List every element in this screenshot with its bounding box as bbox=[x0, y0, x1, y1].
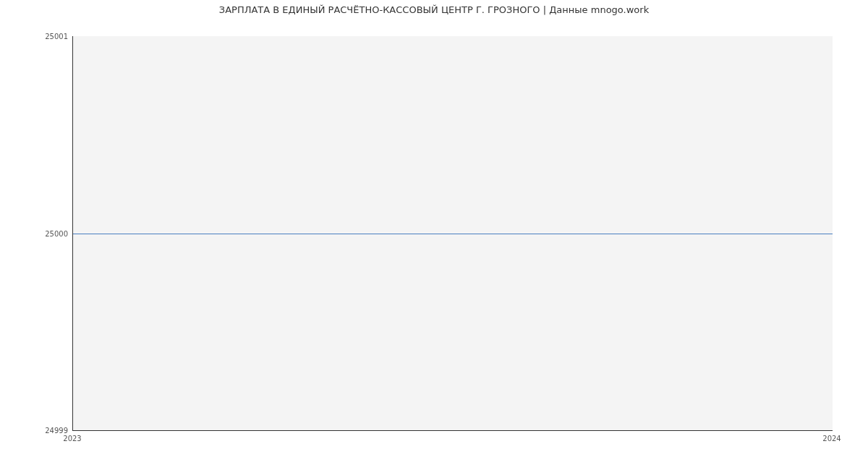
ytick-25001: 25001 bbox=[45, 33, 68, 40]
plot-area bbox=[72, 36, 833, 431]
xtick-2024: 2024 bbox=[822, 435, 841, 443]
ytick-25000: 25000 bbox=[45, 229, 68, 237]
chart-title: ЗАРПЛАТА В ЕДИНЫЙ РАСЧЁТНО-КАССОВЫЙ ЦЕНТ… bbox=[0, 4, 868, 15]
chart-container: ЗАРПЛАТА В ЕДИНЫЙ РАСЧЁТНО-КАССОВЫЙ ЦЕНТ… bbox=[0, 0, 868, 470]
xtick-2023: 2023 bbox=[63, 435, 81, 443]
data-line bbox=[73, 234, 833, 234]
ytick-24999: 24999 bbox=[45, 427, 68, 435]
